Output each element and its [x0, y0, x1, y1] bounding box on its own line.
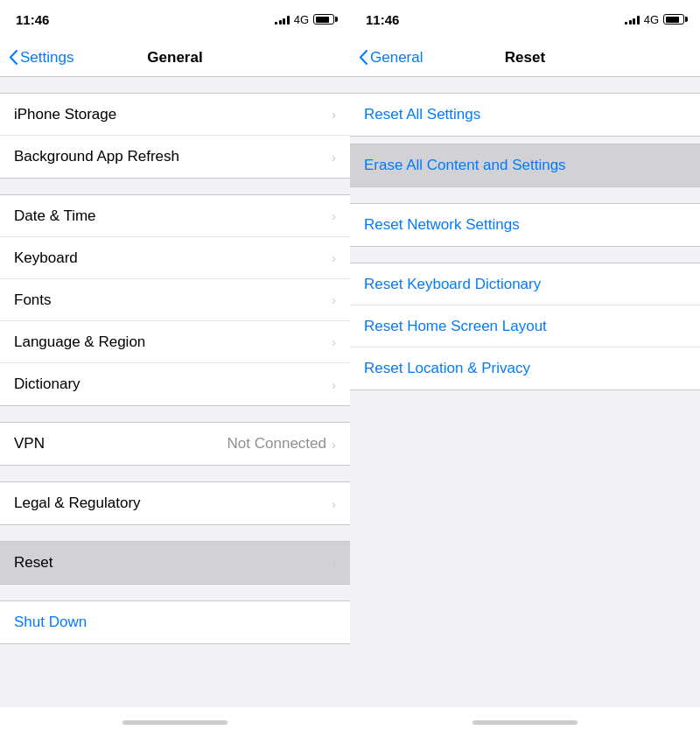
row-date-time[interactable]: Date & Time › — [0, 195, 350, 237]
network-label-right: 4G — [644, 13, 659, 26]
row-reset-location-privacy[interactable]: Reset Location & Privacy — [350, 347, 700, 390]
row-label-language-region: Language & Region — [14, 333, 332, 351]
battery-icon-left — [313, 14, 334, 25]
chevron-icon-dictionary: › — [332, 377, 336, 392]
row-label-shut-down: Shut Down — [14, 614, 336, 631]
chevron-icon-keyboard: › — [332, 250, 336, 265]
settings-group-reset: Reset › — [0, 541, 350, 585]
settings-group-shutdown: Shut Down — [0, 600, 350, 644]
row-reset-home-screen[interactable]: Reset Home Screen Layout — [350, 305, 700, 347]
reset-group-3: Reset Network Settings — [350, 203, 700, 247]
row-label-vpn: VPN — [14, 435, 228, 453]
row-reset-keyboard-dictionary[interactable]: Reset Keyboard Dictionary — [350, 263, 700, 305]
row-legal-regulatory[interactable]: Legal & Regulatory › — [0, 482, 350, 524]
row-label-reset-keyboard-dictionary: Reset Keyboard Dictionary — [364, 276, 686, 293]
row-shut-down[interactable]: Shut Down — [0, 601, 350, 643]
row-label-reset-all-settings: Reset All Settings — [364, 106, 686, 123]
settings-group-1: iPhone Storage › Background App Refresh … — [0, 93, 350, 179]
nav-back-label-right: General — [370, 49, 423, 67]
nav-title-left: General — [147, 49, 202, 67]
row-iphone-storage[interactable]: iPhone Storage › — [0, 94, 350, 136]
row-label-date-time: Date & Time — [14, 207, 332, 225]
chevron-left-icon-right — [359, 50, 368, 65]
status-icons-right: 4G — [625, 13, 684, 26]
row-label-reset-home-screen: Reset Home Screen Layout — [364, 318, 686, 335]
status-time-right: 11:46 — [366, 12, 399, 27]
row-label-erase-all-content: Erase All Content and Settings — [364, 157, 686, 174]
nav-title-right: Reset — [505, 49, 545, 67]
chevron-icon-fonts: › — [332, 292, 336, 307]
reset-group-4: Reset Keyboard Dictionary Reset Home Scr… — [350, 263, 700, 390]
row-label-dictionary: Dictionary — [14, 376, 332, 393]
row-label-background-app-refresh: Background App Refresh — [14, 148, 332, 165]
row-background-app-refresh[interactable]: Background App Refresh › — [0, 136, 350, 178]
reset-group-2: Erase All Content and Settings — [350, 144, 700, 187]
signal-icon-right — [625, 14, 640, 25]
nav-back-left[interactable]: Settings — [9, 49, 74, 67]
row-label-reset-location-privacy: Reset Location & Privacy — [364, 360, 686, 377]
row-label-reset: Reset — [14, 554, 332, 572]
chevron-icon-vpn: › — [332, 437, 336, 452]
right-content: Reset All Settings Erase All Content and… — [350, 77, 700, 707]
row-label-legal-regulatory: Legal & Regulatory — [14, 495, 332, 512]
home-indicator-right — [350, 707, 700, 737]
left-content: iPhone Storage › Background App Refresh … — [0, 77, 350, 707]
left-panel: 11:46 4G Settings General — [0, 0, 350, 737]
home-indicator-left — [0, 707, 350, 737]
row-vpn[interactable]: VPN Not Connected › — [0, 423, 350, 465]
row-reset-network-settings[interactable]: Reset Network Settings — [350, 204, 700, 246]
nav-back-label-left: Settings — [20, 49, 74, 67]
row-language-region[interactable]: Language & Region › — [0, 321, 350, 363]
home-bar-right — [472, 720, 578, 725]
chevron-left-icon — [9, 50, 18, 65]
row-label-iphone-storage: iPhone Storage — [14, 106, 332, 123]
settings-group-legal: Legal & Regulatory › — [0, 481, 350, 525]
battery-icon-right — [663, 14, 684, 25]
chevron-icon-date-time: › — [332, 208, 336, 223]
signal-icon-left — [275, 14, 290, 25]
nav-bar-left: Settings General — [0, 39, 350, 77]
row-erase-all-content[interactable]: Erase All Content and Settings — [350, 144, 700, 186]
row-fonts[interactable]: Fonts › — [0, 279, 350, 321]
right-panel: 11:46 4G General Reset — [350, 0, 700, 737]
settings-group-2: Date & Time › Keyboard › Fonts › Languag… — [0, 194, 350, 406]
chevron-icon-background-app-refresh: › — [332, 150, 336, 165]
status-time-left: 11:46 — [16, 12, 49, 27]
row-value-vpn: Not Connected — [228, 435, 326, 453]
chevron-icon-legal-regulatory: › — [332, 496, 336, 511]
status-icons-left: 4G — [275, 13, 334, 26]
status-bar-right: 11:46 4G — [350, 0, 700, 39]
home-bar-left — [122, 720, 228, 725]
network-label-left: 4G — [294, 13, 309, 26]
row-reset[interactable]: Reset › — [0, 542, 350, 584]
chevron-icon-iphone-storage: › — [332, 107, 336, 122]
nav-back-right[interactable]: General — [359, 49, 423, 67]
row-label-reset-network-settings: Reset Network Settings — [364, 216, 686, 234]
row-dictionary[interactable]: Dictionary › — [0, 363, 350, 405]
row-keyboard[interactable]: Keyboard › — [0, 237, 350, 279]
chevron-icon-reset: › — [332, 556, 336, 571]
chevron-icon-language-region: › — [332, 334, 336, 349]
row-label-keyboard: Keyboard — [14, 249, 332, 267]
reset-group-1: Reset All Settings — [350, 93, 700, 137]
settings-group-vpn: VPN Not Connected › — [0, 422, 350, 466]
nav-bar-right: General Reset — [350, 39, 700, 77]
status-bar-left: 11:46 4G — [0, 0, 350, 39]
row-reset-all-settings[interactable]: Reset All Settings — [350, 94, 700, 136]
row-label-fonts: Fonts — [14, 291, 332, 309]
